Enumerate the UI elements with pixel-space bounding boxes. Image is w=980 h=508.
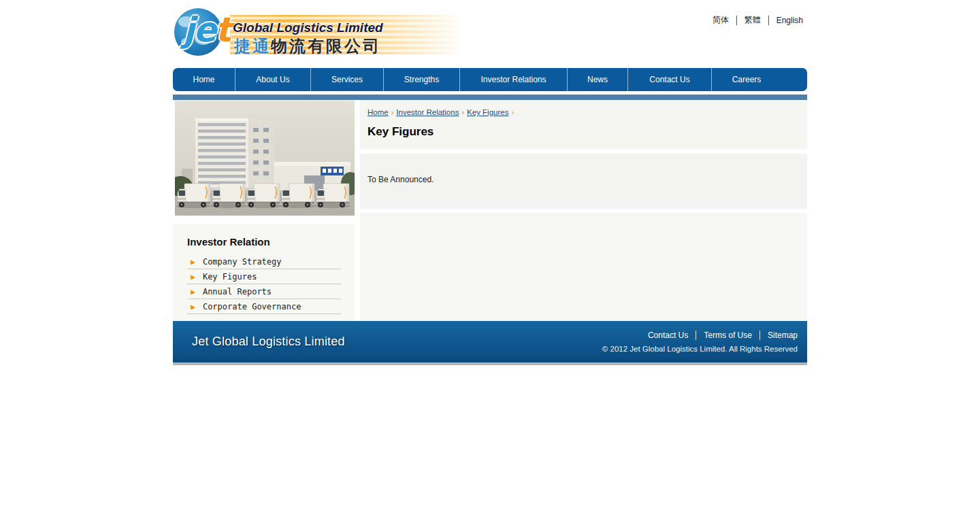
sidebar-menu: Investor Relation ► Company Strategy ► K… — [173, 224, 355, 321]
breadcrumb-separator: › — [508, 108, 517, 116]
bottom-strip — [173, 362, 807, 365]
divider — [736, 16, 737, 25]
sidebar-item-label: Key Figures — [203, 272, 257, 282]
nav-item-home[interactable]: Home — [173, 68, 235, 91]
content-area: Investor Relation ► Company Strategy ► K… — [173, 100, 807, 321]
breadcrumb-separator: › — [389, 108, 397, 116]
content-empty-panel — [360, 213, 807, 321]
sidebar: Investor Relation ► Company Strategy ► K… — [173, 100, 355, 321]
footer-links: Contact Us Terms of Use Sitemap — [648, 331, 798, 340]
nav-filler — [781, 68, 807, 91]
accent-strip — [173, 95, 807, 100]
breadcrumb-link-investor-relations[interactable]: Investor Relations — [396, 108, 459, 116]
jet-wordmark: jet — [183, 3, 230, 57]
main-column: Home›Investor Relations›Key Figures› Key… — [360, 100, 807, 321]
breadcrumb: Home›Investor Relations›Key Figures› — [368, 108, 799, 116]
footer-company-name: Jet Global Logistics Limited — [173, 335, 345, 349]
nav-item-careers[interactable]: Careers — [711, 68, 781, 91]
divider — [768, 16, 769, 25]
breadcrumb-separator: › — [459, 108, 467, 116]
arrow-icon: ► — [189, 288, 196, 295]
logo-name-chinese-highlight: 捷通 — [234, 37, 271, 55]
divider — [760, 331, 760, 340]
logo-name-chinese: 捷通物流有限公司 — [234, 35, 381, 57]
footer: Jet Global Logistics Limited Contact Us … — [173, 321, 807, 362]
arrow-icon: ► — [189, 303, 196, 310]
divider — [696, 331, 696, 340]
sidebar-item-company-strategy[interactable]: ► Company Strategy — [187, 254, 341, 269]
page-title: Key Figures — [368, 125, 799, 139]
nav-item-contact-us[interactable]: Contact Us — [627, 68, 711, 91]
arrow-icon: ► — [189, 273, 196, 280]
main-nav: Home About Us Services Strengths Investo… — [173, 68, 807, 91]
company-logo: jet Global Logistics Limited 捷通物流有限公司 — [173, 3, 466, 65]
lang-link-english[interactable]: English — [777, 16, 803, 25]
breadcrumb-link-key-figures[interactable]: Key Figures — [467, 108, 508, 116]
sidebar-item-annual-reports[interactable]: ► Annual Reports — [187, 284, 341, 299]
jet-wordmark-je: je — [183, 10, 215, 50]
language-bar: 简体 繁體 English — [713, 14, 803, 26]
logo-name-english: Global Logistics Limited — [233, 20, 383, 35]
nav-item-strengths[interactable]: Strengths — [383, 68, 459, 91]
nav-item-news[interactable]: News — [567, 68, 627, 91]
lang-link-simplified-chinese[interactable]: 简体 — [713, 14, 729, 26]
footer-copyright: © 2012 Jet Global Logistics Limited. All… — [602, 345, 798, 353]
sidebar-menu-list: ► Company Strategy ► Key Figures ► Annua… — [187, 254, 341, 314]
lang-link-traditional-chinese[interactable]: 繁體 — [745, 14, 761, 26]
footer-link-terms-of-use[interactable]: Terms of Use — [704, 331, 752, 340]
sidebar-item-label: Corporate Governance — [203, 302, 301, 311]
arrow-icon: ► — [189, 258, 196, 265]
nav-item-services[interactable]: Services — [310, 68, 383, 91]
breadcrumb-link-home[interactable]: Home — [368, 108, 389, 116]
nav-item-about-us[interactable]: About Us — [235, 68, 310, 91]
footer-link-sitemap[interactable]: Sitemap — [768, 331, 798, 340]
body-text: To Be Announced. — [368, 175, 434, 184]
sidebar-item-label: Annual Reports — [203, 287, 272, 297]
sidebar-title: Investor Relation — [187, 236, 355, 248]
site-container: jet Global Logistics Limited 捷通物流有限公司 简体… — [173, 0, 807, 365]
logo-name-chinese-rest: 物流有限公司 — [271, 37, 381, 55]
sidebar-item-label: Company Strategy — [203, 257, 282, 267]
jet-wordmark-t: t — [215, 10, 230, 50]
sidebar-item-key-figures[interactable]: ► Key Figures — [187, 269, 341, 284]
header: jet Global Logistics Limited 捷通物流有限公司 简体… — [173, 0, 807, 68]
footer-link-contact-us[interactable]: Contact Us — [648, 331, 688, 340]
title-section: Home›Investor Relations›Key Figures› Key… — [360, 100, 807, 149]
content-body: To Be Announced. — [360, 154, 807, 209]
footer-right-block: Contact Us Terms of Use Sitemap © 2012 J… — [602, 331, 807, 353]
nav-item-investor-relations[interactable]: Investor Relations — [459, 68, 567, 91]
sidebar-item-corporate-governance[interactable]: ► Corporate Governance — [187, 299, 341, 314]
building-trucks-photo-graphic — [175, 101, 355, 216]
building-trucks-photo — [175, 101, 355, 216]
